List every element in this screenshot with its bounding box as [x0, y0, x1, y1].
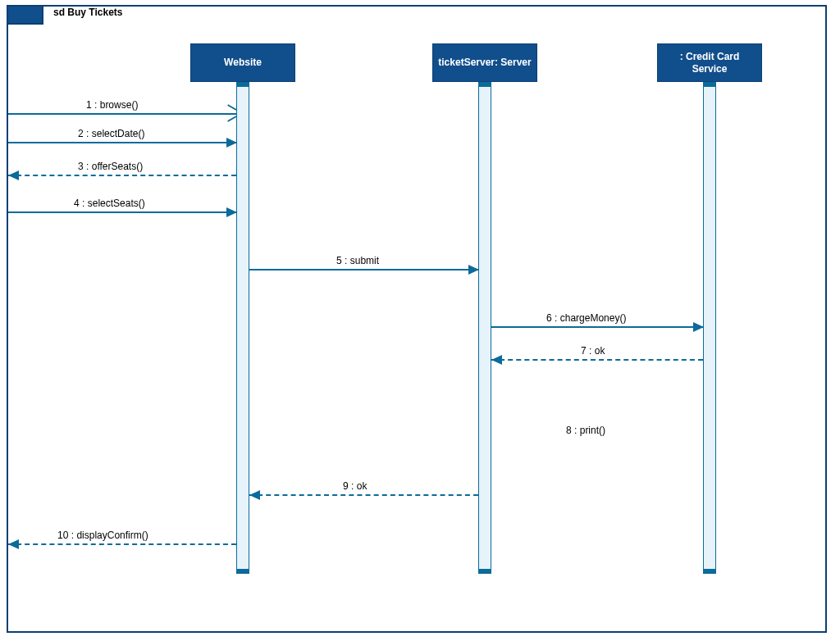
msg6-line [491, 326, 703, 328]
msg1-line [8, 113, 236, 115]
msg4-num: 4 [74, 198, 80, 209]
msg8-label: 8 : print() [566, 425, 605, 436]
msg4-line [8, 211, 236, 213]
msg5-line [249, 269, 478, 270]
msg3-arrowhead [8, 170, 19, 180]
participant-credit: : Credit Card Service [657, 43, 762, 82]
participant-server: ticketServer: Server [432, 43, 537, 82]
activation-website-bottom [236, 569, 249, 574]
msg2-num: 2 [78, 128, 84, 139]
msg10-line [8, 543, 236, 545]
msg10-text: displayConfirm() [76, 530, 148, 541]
msg10-arrowhead [8, 539, 19, 549]
activation-credit-top [703, 82, 716, 87]
activation-website-top [236, 82, 249, 87]
activation-server-bottom [478, 569, 491, 574]
msg4-label: 4 : selectSeats() [74, 198, 145, 209]
participant-website: Website [190, 43, 295, 82]
activation-credit-bottom [703, 569, 716, 574]
msg7-num: 7 [581, 345, 587, 357]
msg10-label: 10 : displayConfirm() [57, 530, 148, 541]
msg8-text: print() [580, 425, 605, 436]
msg5-text: submit [350, 255, 379, 266]
msg5-label: 5 : submit [336, 255, 379, 266]
msg2-label: 2 : selectDate() [78, 128, 144, 139]
msg3-line [8, 175, 236, 176]
msg9-num: 9 [343, 480, 349, 492]
msg9-arrowhead [249, 490, 260, 500]
msg6-num: 6 [546, 312, 552, 324]
activation-server-top [478, 82, 491, 87]
msg6-arrowhead [693, 322, 704, 332]
msg2-text: selectDate() [92, 128, 145, 139]
msg10-num: 10 [57, 530, 68, 541]
msg8-num: 8 [566, 425, 572, 436]
msg6-text: chargeMoney() [560, 312, 627, 324]
msg1-num: 1 [86, 99, 92, 111]
msg2-line [8, 142, 236, 143]
msg9-label: 9 : ok [343, 480, 367, 492]
msg9-line [249, 494, 478, 496]
msg1-label: 1 : browse() [86, 99, 138, 111]
msg5-arrowhead [468, 265, 479, 275]
activation-credit [703, 82, 716, 574]
msg7-label: 7 : ok [581, 345, 605, 357]
msg4-arrowhead [226, 207, 237, 217]
msg3-num: 3 [78, 161, 84, 172]
activation-server [478, 82, 491, 574]
msg9-text: ok [357, 480, 368, 492]
msg3-label: 3 : offerSeats() [78, 161, 143, 172]
sequence-frame: sd Buy Tickets Website ticketServer: Ser… [7, 5, 827, 633]
msg7-line [491, 359, 703, 361]
frame-tab [7, 5, 43, 25]
frame-label: sd Buy Tickets [53, 7, 122, 18]
activation-website [236, 82, 249, 574]
msg4-text: selectSeats() [88, 198, 145, 209]
msg1-text: browse() [100, 99, 139, 111]
msg5-num: 5 [336, 255, 342, 266]
diagram-canvas: sd Buy Tickets Website ticketServer: Ser… [0, 0, 840, 641]
msg3-text: offerSeats() [92, 161, 143, 172]
msg2-arrowhead [226, 138, 237, 148]
msg6-label: 6 : chargeMoney() [546, 312, 626, 324]
msg7-text: ok [595, 345, 605, 357]
msg7-arrowhead [491, 355, 502, 365]
